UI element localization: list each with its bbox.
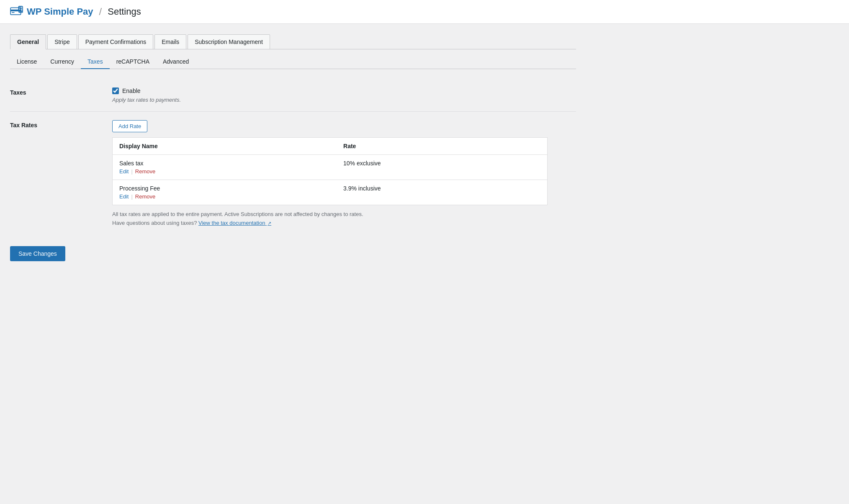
subnav-recaptcha[interactable]: reCAPTCHA	[110, 55, 156, 69]
enable-checkbox-row: Enable	[112, 87, 576, 94]
logo[interactable]: WP Simple Pay	[10, 6, 93, 18]
subnav-advanced[interactable]: Advanced	[156, 55, 196, 69]
tax-rates-label: Tax Rates	[10, 120, 102, 228]
enable-label: Enable	[122, 87, 141, 94]
tab-subscription-management[interactable]: Subscription Management	[188, 34, 270, 49]
main-content: General Stripe Payment Confirmations Ema…	[0, 24, 586, 281]
row1-name: Sales tax	[119, 160, 330, 167]
header-divider: /	[99, 6, 102, 18]
svg-rect-1	[10, 10, 21, 11]
header: WP Simple Pay / Settings	[0, 0, 849, 24]
taxes-description: Apply tax rates to payments.	[112, 97, 576, 103]
taxes-control: Enable Apply tax rates to payments.	[112, 87, 576, 103]
logo-icon	[10, 6, 23, 18]
tax-rates-control: Add Rate Display Name Rate Sales tax	[112, 120, 576, 228]
enable-checkbox[interactable]	[112, 87, 119, 94]
row2-name: Processing Fee	[119, 185, 330, 192]
add-rate-button[interactable]: Add Rate	[112, 120, 147, 132]
svg-rect-4	[19, 8, 22, 9]
tab-stripe[interactable]: Stripe	[47, 34, 77, 49]
row1-rate: 10% exclusive	[337, 155, 547, 180]
tab-general[interactable]: General	[10, 34, 46, 49]
row2-separator: |	[131, 193, 132, 200]
row1-separator: |	[131, 168, 132, 175]
tax-doc-link[interactable]: View the tax documentation ↗	[198, 220, 271, 226]
tax-rates-table: Display Name Rate Sales tax Edit | R	[112, 137, 548, 205]
row1-actions: Edit | Remove	[119, 168, 330, 175]
top-tabs-wrapper: General Stripe Payment Confirmations Ema…	[10, 34, 576, 49]
tab-payment-confirmations[interactable]: Payment Confirmations	[78, 34, 154, 49]
row1-edit[interactable]: Edit	[119, 168, 129, 175]
page-title: Settings	[108, 6, 141, 17]
taxes-row: Taxes Enable Apply tax rates to payments…	[10, 79, 576, 111]
col-display-name: Display Name	[113, 138, 337, 155]
svg-rect-2	[12, 12, 15, 13]
row1-remove[interactable]: Remove	[135, 168, 155, 175]
table-row: Sales tax Edit | Remove 10% exclusive	[113, 155, 548, 180]
subnav-currency[interactable]: Currency	[44, 55, 81, 69]
table-row: Processing Fee Edit | Remove 3.9% inclus…	[113, 180, 548, 205]
top-tabs: General Stripe Payment Confirmations Ema…	[10, 34, 576, 49]
tab-emails[interactable]: Emails	[154, 34, 186, 49]
save-changes-button[interactable]: Save Changes	[10, 246, 65, 261]
col-rate: Rate	[337, 138, 547, 155]
save-section: Save Changes	[10, 236, 576, 271]
row2-remove[interactable]: Remove	[135, 193, 155, 200]
settings-table: Taxes Enable Apply tax rates to payments…	[10, 79, 576, 236]
row1-name-cell: Sales tax Edit | Remove	[113, 155, 337, 180]
taxes-label: Taxes	[10, 87, 102, 103]
row2-edit[interactable]: Edit	[119, 193, 129, 200]
tax-rates-row: Tax Rates Add Rate Display Name Rate Sal…	[10, 111, 576, 236]
logo-text: WP Simple Pay	[27, 6, 93, 17]
external-link-icon: ↗	[268, 221, 271, 226]
svg-rect-5	[19, 10, 21, 10]
subnav-license[interactable]: License	[10, 55, 44, 69]
row2-actions: Edit | Remove	[119, 193, 330, 200]
sub-nav: License Currency Taxes reCAPTCHA Advance…	[10, 49, 576, 69]
row2-rate: 3.9% inclusive	[337, 180, 547, 205]
tax-footer-note: All tax rates are applied to the entire …	[112, 210, 548, 228]
subnav-taxes[interactable]: Taxes	[81, 55, 110, 69]
row2-name-cell: Processing Fee Edit | Remove	[113, 180, 337, 205]
